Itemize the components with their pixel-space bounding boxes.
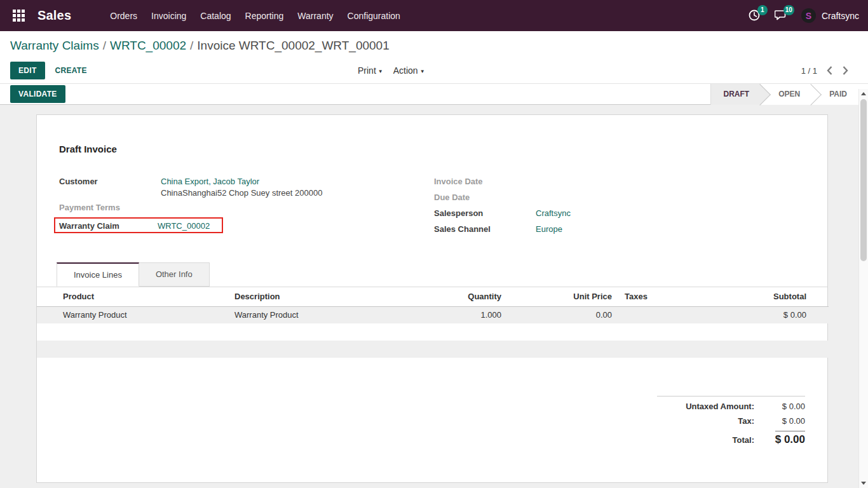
col-quantity[interactable]: Quantity bbox=[381, 287, 501, 306]
untaxed-amount-value: $ 0.00 bbox=[754, 402, 805, 411]
invoice-date-label: Invoice Date bbox=[434, 175, 536, 186]
user-avatar: S bbox=[801, 8, 816, 23]
col-product[interactable]: Product bbox=[37, 287, 234, 306]
untaxed-amount-label: Untaxed Amount: bbox=[686, 402, 754, 411]
sales-channel-label: Sales Channel bbox=[434, 223, 536, 234]
salesperson-link[interactable]: Craftsync bbox=[536, 207, 571, 218]
menu-invoicing[interactable]: Invoicing bbox=[144, 1, 193, 30]
form-left-column: Customer China Export, Jacob Taylor Chin… bbox=[59, 175, 434, 239]
totals-block: Untaxed Amount: $ 0.00 Tax: $ 0.00 Total… bbox=[657, 396, 805, 446]
status-bar: VALIDATE DRAFT OPEN PAID bbox=[0, 83, 868, 105]
print-dropdown[interactable]: Print▼ bbox=[358, 65, 383, 76]
table-empty-row bbox=[37, 323, 829, 341]
warranty-claim-highlight-box: Warranty Claim WRTC_00002 bbox=[54, 217, 223, 233]
menu-orders[interactable]: Orders bbox=[103, 1, 144, 30]
scrollbar-thumb[interactable] bbox=[860, 99, 867, 261]
col-taxes[interactable]: Taxes bbox=[612, 287, 701, 306]
breadcrumb: Warranty Claims/WRTC_00002/Invoice WRTC_… bbox=[10, 37, 858, 58]
create-button[interactable]: CREATE bbox=[55, 66, 87, 75]
cell-product[interactable]: Warranty Product bbox=[37, 306, 234, 323]
col-subtotal[interactable]: Subtotal bbox=[701, 287, 829, 306]
menu-catalog[interactable]: Catalog bbox=[193, 1, 238, 30]
customer-address: ChinaShanghai52 Chop Suey street 200000 bbox=[161, 188, 322, 198]
invoice-lines-table: Product Description Quantity Unit Price … bbox=[37, 287, 829, 358]
pager: 1 / 1 bbox=[801, 65, 849, 76]
tax-value: $ 0.00 bbox=[754, 416, 805, 426]
salesperson-label: Salesperson bbox=[434, 207, 536, 218]
caret-down-icon: ▼ bbox=[420, 69, 425, 74]
menu-warranty[interactable]: Warranty bbox=[290, 1, 340, 30]
invoice-sheet: Draft Invoice Customer China Export, Jac… bbox=[36, 114, 828, 483]
warranty-claim-label: Warranty Claim bbox=[59, 220, 158, 231]
apps-grid-icon[interactable] bbox=[10, 8, 27, 24]
vertical-scrollbar[interactable] bbox=[858, 89, 868, 488]
action-dropdown[interactable]: Action▼ bbox=[393, 65, 425, 76]
activity-badge: 1 bbox=[757, 5, 768, 15]
scroll-down-icon[interactable] bbox=[859, 478, 868, 488]
breadcrumb-separator: / bbox=[99, 39, 110, 52]
cell-taxes[interactable] bbox=[612, 306, 701, 323]
payment-terms-label: Payment Terms bbox=[59, 201, 161, 212]
table-empty-row bbox=[37, 341, 829, 358]
breadcrumb-claim[interactable]: WRTC_00002 bbox=[110, 39, 186, 52]
col-unit-price[interactable]: Unit Price bbox=[501, 287, 612, 306]
status-step-draft[interactable]: DRAFT bbox=[710, 84, 761, 105]
user-name: Craftsync bbox=[822, 11, 859, 21]
warranty-claim-link[interactable]: WRTC_00002 bbox=[158, 220, 210, 231]
activity-clock-icon[interactable]: 1 bbox=[748, 9, 762, 23]
tab-invoice-lines[interactable]: Invoice Lines bbox=[57, 262, 139, 287]
pager-next-icon[interactable] bbox=[842, 65, 849, 76]
messages-badge: 10 bbox=[783, 5, 794, 15]
col-description[interactable]: Description bbox=[234, 287, 381, 306]
cell-quantity[interactable]: 1.000 bbox=[381, 306, 501, 323]
pager-count: 1 / 1 bbox=[801, 66, 817, 76]
tax-label: Tax: bbox=[738, 416, 754, 426]
cell-subtotal[interactable]: $ 0.00 bbox=[701, 306, 829, 323]
cell-unit-price[interactable]: 0.00 bbox=[501, 306, 612, 323]
total-label: Total: bbox=[733, 435, 754, 445]
notebook-tabs: Invoice Lines Other Info bbox=[37, 262, 827, 287]
tab-other-info[interactable]: Other Info bbox=[139, 262, 210, 287]
scroll-up-icon[interactable] bbox=[859, 89, 868, 98]
form-view: Draft Invoice Customer China Export, Jac… bbox=[0, 105, 868, 488]
main-menu: Orders Invoicing Catalog Reporting Warra… bbox=[103, 1, 407, 30]
user-menu[interactable]: S Craftsync bbox=[801, 8, 859, 23]
breadcrumb-separator: / bbox=[186, 39, 197, 52]
menu-reporting[interactable]: Reporting bbox=[238, 1, 291, 30]
menu-configuration[interactable]: Configuration bbox=[341, 1, 407, 30]
control-panel: Warranty Claims/WRTC_00002/Invoice WRTC_… bbox=[0, 31, 868, 83]
validate-button[interactable]: VALIDATE bbox=[10, 85, 65, 103]
customer-label: Customer bbox=[59, 175, 161, 186]
sales-channel-link[interactable]: Europe bbox=[536, 223, 562, 234]
breadcrumb-current: Invoice WRTC_00002_WRT_00001 bbox=[197, 39, 389, 52]
due-date-label: Due Date bbox=[434, 191, 536, 202]
customer-link[interactable]: China Export, Jacob Taylor bbox=[161, 177, 259, 186]
document-title: Draft Invoice bbox=[59, 144, 805, 154]
top-nav: Sales Orders Invoicing Catalog Reporting… bbox=[0, 0, 868, 31]
status-steps: DRAFT OPEN PAID bbox=[710, 84, 858, 105]
table-header-row: Product Description Quantity Unit Price … bbox=[37, 287, 829, 306]
cell-description[interactable]: Warranty Product bbox=[234, 306, 381, 323]
total-value: $ 0.00 bbox=[775, 431, 805, 446]
breadcrumb-warranty-claims[interactable]: Warranty Claims bbox=[10, 39, 99, 52]
table-row[interactable]: Warranty Product Warranty Product 1.000 … bbox=[37, 306, 829, 323]
caret-down-icon: ▼ bbox=[378, 69, 383, 74]
edit-button[interactable]: EDIT bbox=[10, 62, 45, 79]
app-title[interactable]: Sales bbox=[37, 8, 71, 23]
messages-icon[interactable]: 10 bbox=[775, 9, 789, 23]
form-right-column: Invoice Date Due Date Salesperson Crafts… bbox=[434, 175, 571, 239]
pager-previous-icon[interactable] bbox=[826, 65, 833, 76]
